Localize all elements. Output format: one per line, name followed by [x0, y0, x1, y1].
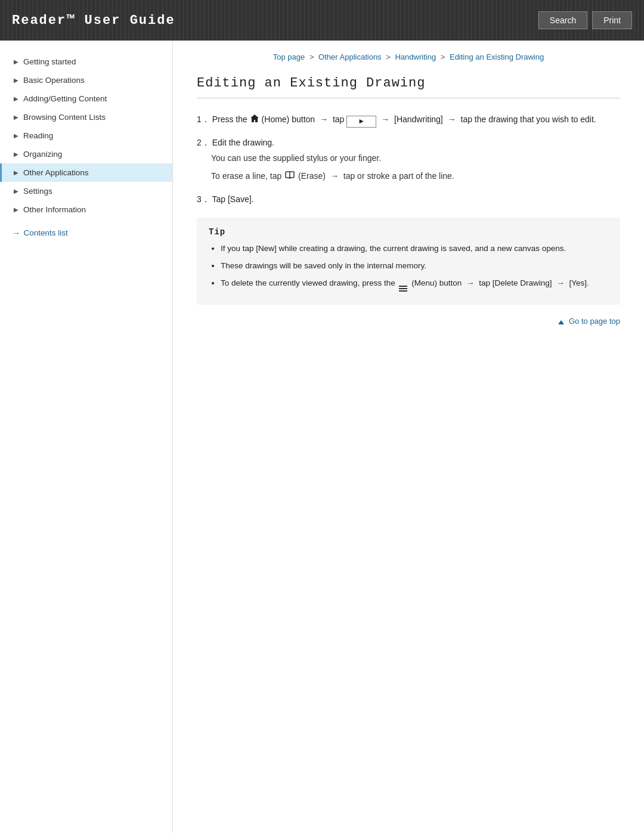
sidebar-item-basic-operations[interactable]: ▶ Basic Operations	[0, 71, 172, 89]
arrow-right-icon: →	[12, 228, 20, 237]
sidebar-item-label: Browsing Content Lists	[23, 113, 106, 122]
breadcrumb-top-page[interactable]: Top page	[273, 52, 305, 61]
tip-item-2: These drawings will be saved only in the…	[221, 260, 608, 272]
breadcrumb-separator: >	[386, 52, 391, 61]
step-1-handwriting: [Handwriting]	[394, 114, 445, 124]
sidebar: ▶ Getting started ▶ Basic Operations ▶ A…	[0, 41, 173, 833]
sidebar-item-label: Adding/Getting Content	[23, 94, 107, 103]
go-to-page-top: Go to page top	[197, 317, 620, 326]
sidebar-item-label: Reading	[23, 131, 53, 140]
chevron-icon: ▶	[14, 58, 18, 65]
step-2-erase-before: To erase a line, tap	[211, 171, 284, 181]
step-2-sub1: You can use the supplied stylus or your …	[211, 151, 620, 165]
chevron-icon: ▶	[14, 95, 18, 102]
step-2-sub2: To erase a line, tap (Erase) → tap or st…	[211, 167, 620, 182]
chevron-icon: ▶	[14, 151, 18, 157]
arrow-icon: →	[556, 277, 565, 290]
search-button[interactable]: Search	[538, 11, 587, 29]
arrow-icon: →	[330, 169, 339, 182]
triangle-up-icon	[558, 320, 564, 324]
arrow-icon: →	[448, 113, 456, 126]
chevron-icon: ▶	[14, 169, 18, 176]
sidebar-item-reading[interactable]: ▶ Reading	[0, 126, 172, 145]
sidebar-item-other-information[interactable]: ▶ Other Information	[0, 200, 172, 219]
step-1-number: 1．	[197, 114, 210, 124]
app-title: Reader™ User Guide	[12, 13, 175, 28]
sidebar-item-settings[interactable]: ▶ Settings	[0, 182, 172, 200]
page-layout: ▶ Getting started ▶ Basic Operations ▶ A…	[0, 41, 644, 833]
sidebar-item-other-applications[interactable]: ▶ Other Applications	[0, 163, 172, 182]
sidebar-item-label: Getting started	[23, 57, 76, 66]
step-2-erase-label: (Erase)	[298, 171, 328, 181]
contents-list-label: Contents list	[24, 228, 68, 237]
sidebar-item-label: Other Applications	[23, 168, 89, 177]
contents-list-link[interactable]: → Contents list	[0, 219, 172, 242]
print-button[interactable]: Print	[592, 11, 632, 29]
chevron-icon: ▶	[14, 114, 18, 120]
sidebar-item-label: Other Information	[23, 205, 86, 214]
breadcrumb-separator: >	[441, 52, 445, 61]
step-2-number: 2．	[197, 138, 210, 147]
home-icon	[250, 114, 259, 123]
erase-icon	[284, 169, 296, 181]
tip-label: Tip	[209, 227, 608, 237]
breadcrumb-separator: >	[309, 52, 314, 61]
step-2-erase-after: tap or stroke a part of the line.	[343, 171, 454, 181]
tip-item-1: If you tap [New] while creating a drawin…	[221, 243, 608, 255]
sidebar-item-getting-started[interactable]: ▶ Getting started	[0, 52, 172, 71]
chevron-icon: ▶	[14, 206, 18, 213]
header: Reader™ User Guide Search Print	[0, 0, 644, 41]
tap-box-arrow: ►	[358, 116, 365, 127]
step-2-main: Edit the drawing.	[212, 138, 274, 147]
arrow-icon: →	[320, 113, 328, 126]
sidebar-item-browsing-content-lists[interactable]: ▶ Browsing Content Lists	[0, 108, 172, 126]
chevron-icon: ▶	[14, 77, 18, 83]
step-3-main: Tap [Save].	[212, 194, 253, 204]
sidebar-item-label: Settings	[23, 187, 52, 196]
svg-marker-2	[288, 178, 292, 179]
chevron-icon: ▶	[14, 188, 18, 194]
sidebar-item-organizing[interactable]: ▶ Organizing	[0, 145, 172, 163]
step-3: 3． Tap [Save].	[197, 193, 620, 206]
tip-list: If you tap [New] while creating a drawin…	[209, 243, 608, 290]
chevron-icon: ▶	[14, 132, 18, 139]
sidebar-item-label: Basic Operations	[23, 76, 85, 85]
arrow-icon: →	[381, 113, 389, 126]
step-1-end: tap the drawing that you wish to edit.	[461, 114, 596, 124]
page-title: Editing an Existing Drawing	[197, 76, 620, 98]
sidebar-item-label: Organizing	[23, 150, 62, 159]
tip-box: Tip If you tap [New] while creating a dr…	[197, 218, 620, 305]
step-2: 2． Edit the drawing. You can use the sup…	[197, 136, 620, 183]
sidebar-item-adding-getting-content[interactable]: ▶ Adding/Getting Content	[0, 89, 172, 108]
breadcrumb-current[interactable]: Editing an Existing Drawing	[450, 52, 544, 61]
tap-box: ►	[346, 116, 376, 128]
breadcrumb: Top page > Other Applications > Handwrit…	[197, 52, 620, 61]
main-content: Top page > Other Applications > Handwrit…	[173, 41, 644, 833]
step-3-number: 3．	[197, 194, 210, 204]
go-top-link[interactable]: Go to page top	[558, 317, 620, 326]
go-top-label: Go to page top	[569, 317, 620, 326]
step-1-tap: tap	[333, 114, 346, 124]
step-1: 1． Press the (Home) button → tap ► → [Ha…	[197, 113, 620, 126]
tip-item-3: To delete the currently viewed drawing, …	[221, 277, 608, 290]
header-buttons: Search Print	[538, 11, 632, 29]
breadcrumb-other-applications[interactable]: Other Applications	[318, 52, 382, 61]
menu-icon	[399, 286, 407, 292]
breadcrumb-handwriting[interactable]: Handwriting	[395, 52, 436, 61]
steps-section: 1． Press the (Home) button → tap ► → [Ha…	[197, 113, 620, 206]
step-1-text-before: Press the	[212, 114, 250, 124]
step-1-home-label: (Home) button	[262, 114, 317, 124]
arrow-icon: →	[466, 277, 475, 290]
